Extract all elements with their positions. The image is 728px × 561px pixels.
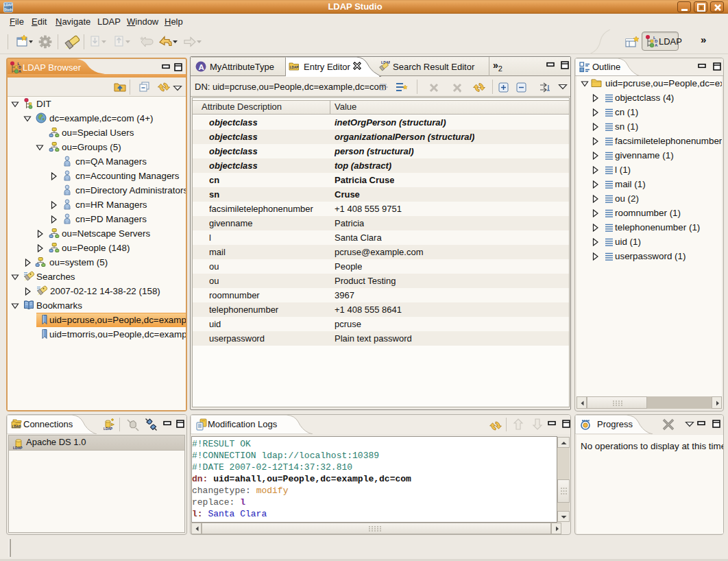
svg-text:LDAP: LDAP xyxy=(13,446,23,450)
svg-text:A: A xyxy=(19,69,21,73)
svg-text:LDAP: LDAP xyxy=(12,425,22,429)
svg-text:LDAP: LDAP xyxy=(104,427,113,431)
svg-text:A: A xyxy=(198,63,204,71)
svg-text:A: A xyxy=(655,43,658,47)
